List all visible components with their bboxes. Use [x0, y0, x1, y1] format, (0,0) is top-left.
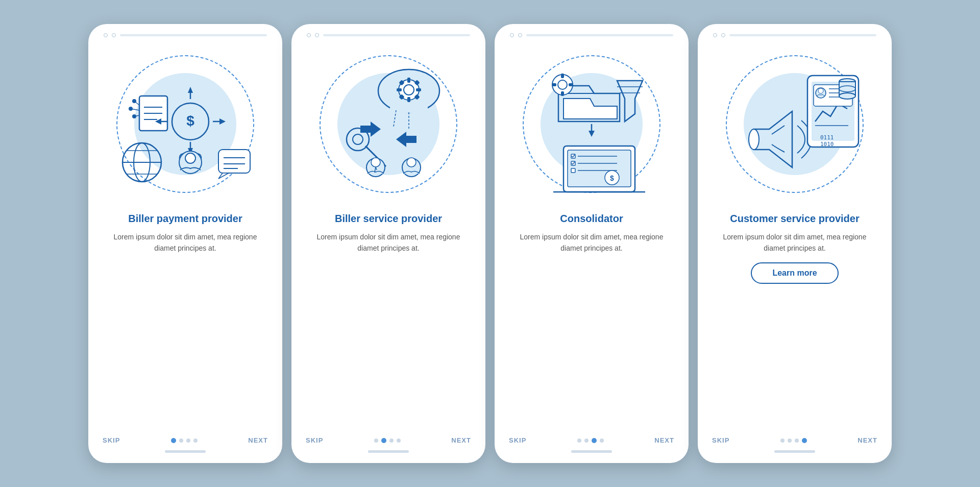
nav-handle-1 [165, 450, 206, 453]
card-body-3: Lorem ipsum dolor sit dim amet, mea regi… [509, 231, 674, 254]
svg-marker-81 [754, 111, 792, 167]
nav-dot-4-3 [795, 439, 799, 443]
illustration-svg-3: $ [518, 50, 666, 198]
svg-marker-20 [219, 118, 226, 125]
nav-dot-3-3 [592, 438, 597, 443]
illustration-area-1: $ [104, 42, 267, 206]
dot-5 [510, 33, 514, 37]
nav-dot-2-1 [374, 439, 378, 443]
card-biller-payment: $ [88, 24, 282, 463]
illustration-svg-1: $ [111, 50, 259, 198]
nav-dots-1 [171, 438, 198, 443]
card-body-4: Lorem ipsum dolor sit dim amet, mea regi… [712, 231, 877, 254]
nav-dot-1-2 [179, 439, 183, 443]
dot-7 [713, 33, 717, 37]
nav-row-2: SKIP NEXT [306, 436, 471, 444]
line-3 [526, 34, 673, 36]
svg-marker-69 [589, 131, 595, 137]
nav-dot-1-4 [193, 439, 198, 443]
nav-dots-3 [577, 438, 604, 443]
nav-dot-1-1 [171, 438, 176, 443]
nav-dot-4-4 [802, 438, 807, 443]
nav-row-1: SKIP NEXT [103, 436, 268, 444]
nav-dot-1-3 [186, 439, 190, 443]
svg-line-12 [134, 101, 139, 105]
card-footer-3: SKIP NEXT [495, 430, 689, 463]
skip-button-3[interactable]: SKIP [509, 436, 526, 444]
nav-dots-4 [780, 438, 807, 443]
top-bar-3 [495, 33, 689, 37]
svg-marker-49 [360, 121, 381, 137]
top-bar-4 [698, 33, 892, 37]
svg-rect-36 [407, 78, 410, 83]
nav-handle-4 [774, 450, 815, 453]
skip-button-4[interactable]: SKIP [712, 436, 729, 444]
card-title-4: Customer service provider [730, 212, 859, 225]
dot-6 [518, 33, 522, 37]
line-1 [120, 34, 267, 36]
svg-point-35 [404, 85, 414, 95]
illustration-area-3: $ [510, 42, 673, 206]
nav-dot-2-4 [397, 439, 401, 443]
svg-marker-50 [396, 132, 416, 147]
card-footer-2: SKIP NEXT [291, 430, 485, 463]
next-button-2[interactable]: NEXT [451, 436, 471, 444]
dot-2 [112, 33, 116, 37]
next-button-4[interactable]: NEXT [857, 436, 877, 444]
nav-dot-3-1 [577, 439, 581, 443]
svg-rect-62 [561, 91, 564, 96]
dot-8 [721, 33, 725, 37]
illustration-svg-4: 0111 1010 [721, 50, 869, 198]
nav-handle-2 [368, 450, 409, 453]
dot-1 [104, 33, 108, 37]
card-body-2: Lorem ipsum dolor sit dim amet, mea regi… [306, 231, 471, 254]
card-footer-1: SKIP NEXT [88, 430, 282, 463]
card-title-3: Consolidator [560, 212, 623, 225]
learn-more-button[interactable]: Learn more [751, 262, 838, 284]
card-content-1: Biller payment provider Lorem ipsum dolo… [88, 212, 282, 430]
illustration-svg-2 [314, 50, 462, 198]
nav-dot-4-2 [788, 439, 792, 443]
skip-button-1[interactable]: SKIP [103, 436, 120, 444]
illustration-area-4: 0111 1010 [713, 42, 876, 206]
card-biller-service: Biller service provider Lorem ipsum dolo… [291, 24, 485, 463]
card-footer-4: SKIP NEXT [698, 430, 892, 463]
illustration-area-2 [307, 42, 470, 206]
svg-rect-63 [552, 83, 556, 86]
svg-point-82 [749, 129, 759, 150]
nav-handle-3 [571, 450, 612, 453]
svg-text:0111: 0111 [820, 134, 834, 141]
svg-point-60 [558, 80, 567, 89]
top-bar-1 [88, 33, 282, 37]
svg-text:1010: 1010 [820, 141, 834, 148]
skip-button-2[interactable]: SKIP [306, 436, 323, 444]
card-title-1: Biller payment provider [128, 212, 242, 225]
nav-row-3: SKIP NEXT [509, 436, 674, 444]
line-4 [729, 34, 876, 36]
card-consolidator: $ Consolidator Lorem ipsum dolor sit dim… [495, 24, 689, 463]
card-customer-service: 0111 1010 Customer service provider Lore… [698, 24, 892, 463]
svg-rect-38 [397, 88, 402, 91]
next-button-1[interactable]: NEXT [248, 436, 268, 444]
svg-rect-61 [561, 74, 564, 78]
svg-text:$: $ [186, 113, 194, 129]
svg-rect-37 [407, 97, 410, 102]
svg-marker-31 [218, 173, 229, 179]
nav-dot-2-3 [389, 439, 394, 443]
cards-container: $ [88, 24, 892, 463]
svg-rect-27 [218, 150, 250, 173]
svg-point-26 [185, 153, 195, 163]
svg-text:$: $ [610, 174, 614, 182]
svg-point-88 [818, 88, 823, 93]
svg-point-45 [353, 134, 363, 144]
nav-dot-3-4 [600, 439, 604, 443]
nav-row-4: SKIP NEXT [712, 436, 877, 444]
svg-point-96 [839, 93, 855, 99]
dot-3 [307, 33, 311, 37]
svg-rect-39 [416, 88, 421, 91]
card-content-4: Customer service provider Lorem ipsum do… [698, 212, 892, 430]
svg-rect-64 [569, 83, 573, 86]
next-button-3[interactable]: NEXT [654, 436, 674, 444]
line-2 [323, 34, 470, 36]
svg-rect-71 [568, 150, 631, 187]
